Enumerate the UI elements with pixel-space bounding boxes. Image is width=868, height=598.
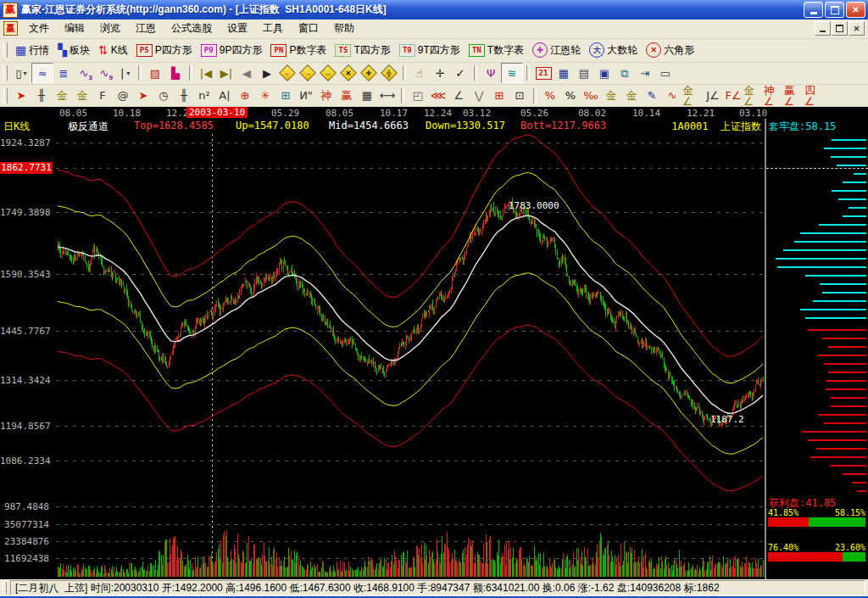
curve-tool[interactable]: ≋ [501,63,523,83]
mdi-close-button[interactable]: ✕ [849,21,865,36]
toolbar-grip[interactable] [3,88,8,103]
candlestick-chart[interactable]: 1783.00001187.2 [0,119,765,579]
diamond-right-button[interactable]: → [298,64,318,82]
golden-gate-tool-1[interactable]: 金 [52,87,72,105]
gold-lines-tool[interactable]: 金 [621,87,642,105]
notepad-tool[interactable]: ▤ [574,64,594,82]
calendar-tool[interactable]: 21 [533,64,554,82]
image-tool[interactable]: ⧉ [615,64,635,82]
menu-formula-stock-picking[interactable]: 公式选股 [164,20,220,37]
wave9-tool[interactable]: ∿9 [94,64,114,82]
next-bar-button[interactable]: ▶ [257,64,277,82]
ying-mark-tool[interactable]: 赢 [337,87,357,105]
sketch-tool[interactable]: ≈ [31,63,53,83]
candle-style-dropdown[interactable]: ▯▾ [11,64,31,82]
grid-blue-tool[interactable]: ⊡ [509,87,530,105]
sectors-button[interactable]: ▚板块 [53,42,94,59]
spiral-tool[interactable]: @ [113,87,133,105]
fan-lines-tool[interactable]: ⋘ [428,87,448,105]
diamond-hmove-button[interactable]: ↔ [318,64,338,82]
n-square-tool[interactable]: n² [194,87,214,105]
check-tool[interactable]: ✓ [450,64,470,82]
print-tool[interactable]: ▭ [655,64,676,82]
v-bottom-tool[interactable]: ⋁ [469,87,489,105]
gold-angle-tool[interactable]: 金∠ [682,87,703,105]
ying-angle-tool[interactable]: 赢∠ [784,87,804,105]
angle-fan-tool[interactable]: ∠ [448,87,469,105]
t-square-button[interactable]: TST四方形 [331,42,394,59]
shen-mark-tool[interactable]: 神 [316,87,337,105]
box-corner-tool[interactable]: ◰ [408,87,428,105]
diamond-plus-button[interactable]: ✛ [359,64,379,82]
kline-button[interactable]: ⇅K线 [94,42,132,59]
measure-grid-tool[interactable]: ▦ [357,87,377,105]
draw-horn-tool[interactable]: ➤ [11,87,31,105]
web-grid-tool[interactable]: ⊞ [275,87,296,105]
save-tool[interactable]: ▣ [594,64,615,82]
golden-gate-tool-2[interactable]: 金 [72,87,92,105]
band-tool[interactable]: Ψ [481,64,501,82]
last-bar-button[interactable]: ▶| [216,64,236,82]
note-tool[interactable]: ≣ [53,64,74,82]
p9-square-button[interactable]: P99P四方形 [197,42,267,59]
diamond-left-button[interactable]: ← [277,64,298,82]
menu-help[interactable]: 帮助 [326,20,362,37]
toolbar-grip[interactable] [3,65,8,81]
export-tool[interactable]: ⇥ [635,64,655,82]
f-angle-tool[interactable]: F∠ [723,87,743,105]
tick-ruler-tool[interactable]: ╫ [31,87,52,105]
restore-button[interactable] [825,2,844,18]
gold-circle-tool[interactable]: 金 [601,87,621,105]
mdi-restore-button[interactable] [832,21,848,36]
hexagon-button[interactable]: ✕六角形 [642,41,698,59]
histogram-tool[interactable]: ▙ [165,64,186,82]
mdi-minimize-button[interactable] [815,21,831,36]
quotes-button[interactable]: ▦行情 [11,42,53,59]
a-mirror-tool[interactable]: A| [214,87,235,105]
t9-square-button[interactable]: T99T四方形 [395,42,465,59]
wave3-tool[interactable]: ∿3 [74,64,94,82]
bar-style-dropdown[interactable]: ∣▾ [114,64,135,82]
p-number-table-button[interactable]: PNP数字表 [266,42,331,59]
p-square-button[interactable]: PSP四方形 [132,42,197,59]
percent-tool[interactable]: % [560,87,581,105]
menu-edit[interactable]: 编辑 [57,20,92,37]
gann-wheel-button[interactable]: ✛江恩轮 [528,41,585,59]
diamond-expand-button[interactable]: ╬ [379,64,399,82]
f-ruler-tool[interactable]: F [92,87,113,105]
minimize-button[interactable] [804,2,823,18]
si-angle-tool[interactable]: 四∠ [804,87,825,105]
grid-red-tool[interactable]: ⊞ [489,87,509,105]
menu-window[interactable]: 窗口 [291,20,326,37]
shen-angle-tool[interactable]: 神∠ [764,87,784,105]
circle-target-tool[interactable]: ⊕ [235,87,255,105]
pen-ruler-tool[interactable]: ✎ [642,87,662,105]
toolbar-grip[interactable] [3,42,8,58]
prev-bar-button[interactable]: ◀ [236,64,257,82]
wave-ruler-tool[interactable]: ∿ [662,87,682,105]
menu-settings[interactable]: 设置 [220,20,255,37]
horn-ruler-tool[interactable]: ➤ [133,87,153,105]
first-bar-button[interactable]: |◀ [196,64,216,82]
gold-angle-tool-2[interactable]: 金∠ [743,87,764,105]
menu-file[interactable]: 文件 [21,20,57,37]
diamond-cross-button[interactable]: ✕ [338,64,359,82]
menu-tools[interactable]: 工具 [255,20,291,37]
cycle-clock-tool[interactable]: ◷ [153,87,174,105]
hand-tool[interactable]: ☝ [409,64,430,82]
span-measure-tool[interactable]: ⟷ [377,87,398,105]
j-angle-tool[interactable]: J∠ [703,87,723,105]
permille-line-tool[interactable]: ‰ [581,87,601,105]
t-number-table-button[interactable]: TNT数字表 [465,42,528,59]
big-number-wheel-button[interactable]: 大大数轮 [585,41,642,59]
chart-area[interactable]: 日K线极反通道Top=1628.4585Up=1547.0180Mid=1454… [0,119,766,579]
red-pattern-tool[interactable]: ▨ [145,64,165,82]
menu-gann[interactable]: 江恩 [128,20,164,37]
crosshair-tool[interactable]: ✛ [430,64,450,82]
close-button[interactable]: ✕ [846,2,865,18]
titlebar[interactable]: 赢 赢家-江恩证券分析系统(http://gann360.com) - [上证指… [0,0,868,20]
star-web-tool[interactable]: ✳ [255,87,275,105]
calculator-tool[interactable]: ▦ [554,64,574,82]
k-mark-tool[interactable]: И" [296,87,316,105]
menu-browse[interactable]: 浏览 [92,20,128,37]
